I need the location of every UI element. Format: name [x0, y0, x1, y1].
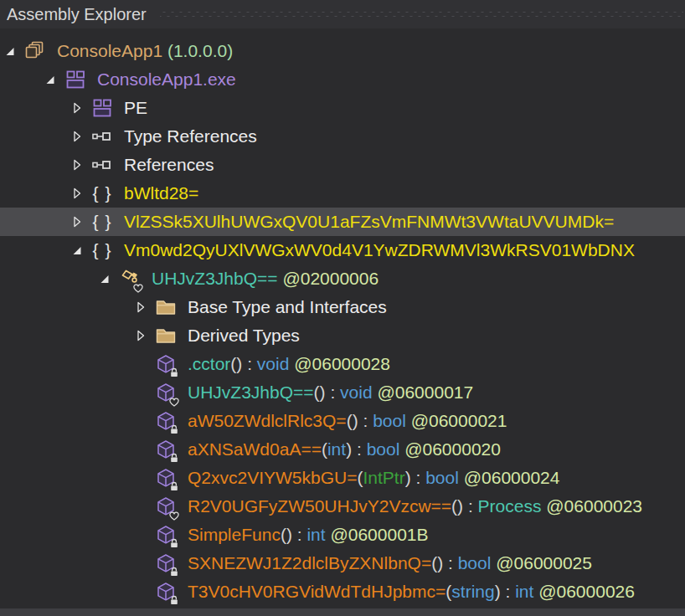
- chevron-expanded-icon[interactable]: [44, 73, 57, 86]
- tree-row-method-aw50zwdlclrlc3q[interactable]: aW50ZWdlclRlc3Q=() : bool @06000021: [0, 407, 685, 435]
- module-icon: [90, 96, 114, 120]
- lock-overlay-icon: [168, 452, 180, 464]
- label-part: UHJvZ3JhbQ==: [152, 269, 278, 289]
- tree-row-method-t3v0chv0rgvidwdtdhjpbmc[interactable]: T3V0cHV0RGVidWdTdHJpbmc=(string) : int @…: [0, 578, 685, 606]
- chevron-spacer: [134, 528, 147, 542]
- heart-overlay-icon: [132, 281, 144, 293]
- tree-row-namespace-vlzssk5x[interactable]: { }VlZSSk5XUlhUWGxQV0U1aFZsVmFNMWt3VWtaU…: [0, 208, 685, 236]
- label-part: (1.0.0.0): [167, 41, 233, 61]
- folder-icon: [154, 295, 178, 319]
- label-part: bool: [367, 439, 400, 459]
- method-icon: [154, 466, 178, 490]
- tree-row-method-r2v0ugfyzw50[interactable]: R2V0UGFyZW50UHJvY2Vzcw==() : Process @06…: [0, 492, 685, 521]
- tree-row-label: Q2xvc2VIYW5kbGU=(IntPtr) : bool @0600002…: [188, 468, 559, 488]
- label-part: Type References: [124, 126, 257, 146]
- tree-row-method-cctor[interactable]: .cctor() : void @06000028: [0, 350, 685, 378]
- tree-row-label: SimpleFunc() : int @0600001B: [188, 525, 429, 545]
- namespace-icon: { }: [90, 182, 114, 205]
- chevron-spacer: [134, 414, 147, 428]
- tree-row-label: T3V0cHV0RGVidWdTdHJpbmc=(string) : int @…: [188, 582, 635, 602]
- label-part: () :: [451, 496, 478, 516]
- chevron-expanded-icon[interactable]: [3, 44, 17, 58]
- chevron-collapsed-icon[interactable]: [70, 187, 84, 200]
- tree-row-base-type-and-interfaces[interactable]: Base Type and Interfaces: [0, 293, 685, 321]
- chevron-collapsed-icon[interactable]: [70, 215, 84, 228]
- tree-row-label: .cctor() : void @06000028: [188, 354, 390, 374]
- panel-titlebar[interactable]: Assembly Explorer: [0, 0, 685, 28]
- label-part: string: [451, 582, 494, 602]
- tree-row-method-sxnezwj1z2dlclbyzxnlbnq[interactable]: SXNEZWJ1Z2dlclByZXNlbnQ=() : bool @06000…: [0, 549, 685, 578]
- chevron-spacer: [134, 443, 147, 456]
- lock-overlay-icon: [168, 367, 180, 378]
- label-part: ) :: [405, 468, 426, 488]
- label-part: @06000017: [373, 382, 474, 403]
- chevron-collapsed-icon[interactable]: [70, 158, 84, 172]
- tree-row-label: Derived Types: [188, 326, 300, 346]
- tree-row-label: PE: [124, 98, 147, 118]
- label-part: Derived Types: [188, 326, 300, 346]
- label-part: .cctor: [188, 354, 230, 374]
- label-part: @06000026: [533, 582, 635, 602]
- tree-row-namespace-vm0wd2qy[interactable]: { }Vm0wd2QyUXlVWGxWV0d4V1YwZDRWMVl3WkRSV…: [0, 236, 685, 264]
- lock-overlay-icon: [168, 594, 180, 606]
- chevron-collapsed-icon[interactable]: [134, 329, 147, 342]
- label-part: ) :: [495, 582, 516, 602]
- label-part: (: [446, 582, 451, 602]
- lock-overlay-icon: [168, 537, 180, 549]
- lock-overlay-icon: [168, 424, 180, 435]
- tree-row-namespace-bwltd28[interactable]: { }bWltd28=: [0, 179, 685, 208]
- chevron-collapsed-icon[interactable]: [70, 101, 84, 115]
- label-part: bool: [458, 553, 492, 573]
- heart-overlay-icon: [168, 395, 180, 407]
- folder-icon: [154, 324, 178, 347]
- chevron-spacer: [134, 585, 147, 598]
- label-part: int: [515, 582, 533, 602]
- label-part: @06000024: [459, 468, 560, 488]
- tree-row-assembly-consoleapp1[interactable]: ConsoleApp1 (1.0.0.0): [0, 37, 685, 65]
- tree-row-class-uhjvz3jhbq[interactable]: UHJvZ3JhbQ== @02000006: [0, 264, 685, 293]
- tree-row-label: aXNSaWd0aA==(int) : bool @06000020: [188, 439, 501, 459]
- tree-row-pe[interactable]: PE: [0, 94, 685, 122]
- label-part: (: [322, 439, 327, 459]
- tree-row-label: SXNEZWJ1Z2dlclByZXNlbnQ=() : bool @06000…: [188, 553, 592, 573]
- label-part: int: [306, 525, 325, 545]
- label-part: () :: [347, 411, 373, 431]
- tree-row-method-q2xvc2viyw5kbgu[interactable]: Q2xvc2VIYW5kbGU=(IntPtr) : bool @0600002…: [0, 464, 685, 492]
- horizontal-scrollbar[interactable]: [0, 608, 685, 616]
- label-part: aXNSaWd0aA==: [188, 439, 322, 459]
- tree-row-label: References: [124, 155, 214, 175]
- label-part: ConsoleApp1: [57, 41, 167, 61]
- label-part: Vm0wd2QyUXlVWGxWV0d4V1YwZDRWMVl3WkRSV01W…: [124, 240, 635, 260]
- tree-row-label: bWltd28=: [124, 183, 198, 203]
- label-part: @06000020: [399, 439, 501, 459]
- label-part: UHJvZ3JhbQ==: [188, 382, 314, 403]
- tree-row-method-ctor-uhjvz3jhbq[interactable]: UHJvZ3JhbQ==() : void @06000017: [0, 378, 685, 407]
- assembly-explorer-panel: Assembly Explorer ConsoleApp1 (1.0.0.0) …: [0, 0, 685, 616]
- label-part: ) :: [346, 439, 367, 459]
- label-part: () :: [431, 553, 458, 573]
- namespace-icon: { }: [90, 210, 114, 234]
- tree-row-references[interactable]: References: [0, 151, 685, 179]
- method-icon: [154, 580, 178, 603]
- titlebar-grip-dots: [160, 0, 683, 28]
- label-part: @06000023: [541, 496, 642, 516]
- chevron-expanded-icon[interactable]: [98, 272, 111, 285]
- label-part: IntPtr: [363, 468, 404, 488]
- label-part: void: [340, 382, 373, 403]
- chevron-expanded-icon[interactable]: [70, 244, 84, 257]
- tree-row-label: Base Type and Interfaces: [188, 297, 387, 317]
- label-part: Process: [478, 496, 542, 516]
- label-part: bool: [425, 468, 459, 488]
- chevron-collapsed-icon[interactable]: [70, 130, 84, 143]
- chevron-collapsed-icon[interactable]: [134, 300, 147, 314]
- tree-row-derived-types[interactable]: Derived Types: [0, 321, 685, 350]
- method-icon: [154, 381, 178, 404]
- tree-row-module-consoleapp1-exe[interactable]: ConsoleApp1.exe: [0, 65, 685, 94]
- tree-row-method-simplefunc[interactable]: SimpleFunc() : int @0600001B: [0, 521, 685, 549]
- tree-row-method-axnsawd0aa[interactable]: aXNSaWd0aA==(int) : bool @06000020: [0, 435, 685, 464]
- namespace-icon: { }: [90, 239, 114, 262]
- method-icon: [154, 523, 178, 547]
- method-icon: [154, 409, 178, 433]
- label-part: @06000025: [491, 553, 592, 573]
- tree-row-type-references[interactable]: Type References: [0, 122, 685, 151]
